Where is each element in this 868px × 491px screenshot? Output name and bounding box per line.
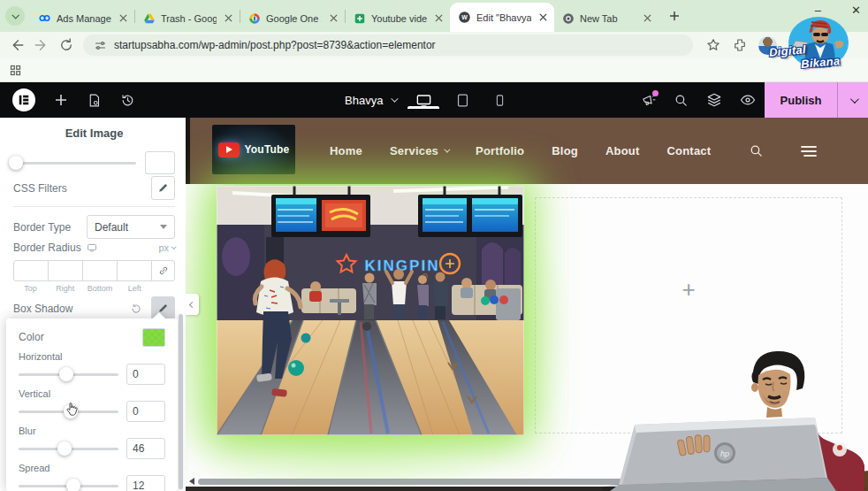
border-type-row: Border Type Default [13,215,175,239]
site-logo[interactable]: YouTube [212,125,295,174]
spread-slider[interactable] [19,485,118,487]
opacity-input[interactable] [145,151,175,174]
tab-google-one[interactable]: Google One Stora [240,4,345,32]
nav-contact[interactable]: Contact [667,144,712,157]
tab-title: Ads Manager - Ma [57,13,111,24]
navigator-layers-icon[interactable] [706,92,722,108]
spread-input[interactable] [126,475,165,491]
extensions-icon[interactable] [732,37,748,53]
site-search-icon[interactable] [749,143,764,158]
tab-youtube-videos[interactable]: Youtube videos co [346,4,450,32]
chevron-down-icon [444,147,450,153]
nav-portfolio[interactable]: Portfolio [476,144,524,157]
edit-image-panel: Edit Image CSS Filters Border Type Defau… [0,118,186,491]
border-type-label: Border Type [13,221,71,234]
blur-slider[interactable] [19,448,118,450]
panel-title: Edit Image [13,127,175,140]
label-bottom: Bottom [83,284,118,293]
close-icon[interactable] [222,12,234,25]
close-icon[interactable] [432,12,445,25]
tab-search-button[interactable] [5,6,25,26]
opacity-slider[interactable] [13,162,136,165]
address-bar[interactable]: startupsabha.com/wp-admin/post.php?post=… [83,35,693,56]
add-element-icon[interactable] [54,93,68,107]
slider-handle[interactable] [57,441,72,456]
panel-collapse-button[interactable] [186,294,199,315]
publish-button[interactable]: Publish [765,82,837,118]
history-icon[interactable] [120,93,135,108]
tab-title: Google One Stora [266,13,322,24]
close-icon[interactable] [641,12,653,25]
hscroll-left-arrow[interactable] [189,478,194,485]
publish-options-button[interactable] [837,82,868,118]
reset-icon[interactable] [130,303,142,315]
radius-bottom-input[interactable] [82,260,118,281]
whats-new-button[interactable] [641,93,656,108]
page-selector[interactable]: Bhavya [345,82,396,118]
finder-search-icon[interactable] [674,93,689,108]
bookmark-star-icon[interactable] [705,37,721,53]
tab-ads-manager[interactable]: Ads Manager - Ma [30,4,134,32]
horizontal-slider[interactable] [19,373,118,376]
responsive-monitor-icon[interactable] [87,242,97,253]
shadow-color-swatch[interactable] [142,328,165,347]
radius-right-input[interactable] [48,260,83,281]
screen: Ads Manager - Ma Trash - Google Dri Goog… [0,0,868,491]
close-icon[interactable] [537,12,549,24]
tab-title: Youtube videos co [371,13,427,24]
device-desktop-button[interactable] [415,92,432,109]
radius-left-input[interactable] [117,260,152,281]
blur-input[interactable] [126,438,165,459]
active-device-underline [407,106,439,109]
border-type-select[interactable]: Default [87,215,175,239]
hamburger-menu-icon[interactable] [800,145,818,157]
horizontal-input[interactable] [126,364,165,385]
close-window-button[interactable]: ✕ [851,4,861,17]
slider-handle[interactable] [9,156,23,170]
link-values-button[interactable] [151,260,175,281]
close-icon[interactable] [117,12,129,25]
elementor-topbar-right [641,82,756,118]
tab-edit-bhavya-active[interactable]: W Edit "Bhavya" with [450,3,554,32]
edited-image[interactable]: KINGPIN [217,186,524,435]
site-brand-text: YouTube [245,143,290,156]
elementor-topbar: Bhavya Publish [0,82,868,118]
nav-about[interactable]: About [605,144,640,157]
label-left: Left [118,284,152,293]
slider-handle[interactable] [59,367,73,381]
page-settings-icon[interactable] [87,93,102,108]
reload-icon[interactable] [58,37,74,53]
preview-eye-icon[interactable] [740,92,756,108]
unit-selector[interactable]: px [158,242,175,253]
tab-new-tab[interactable]: New Tab [554,4,659,32]
site-info-icon[interactable] [94,39,107,52]
css-filters-edit-button[interactable] [151,176,175,200]
border-radius-inputs [13,260,175,281]
elementor-logo[interactable] [12,88,35,111]
radius-top-input[interactable] [13,260,49,281]
slider-handle[interactable] [66,479,80,491]
shadow-blur-control: Blur [19,426,165,458]
vertical-input[interactable] [126,401,165,422]
back-icon[interactable] [9,37,25,53]
tab-title: Trash - Google Dri [161,13,217,24]
close-icon[interactable] [327,12,339,25]
new-tab-button[interactable] [664,5,685,27]
minimize-button[interactable]: – [815,4,821,17]
webcam-presenter-overlay: hp [557,336,868,491]
unit-label: px [158,242,169,253]
pencil-icon [157,182,169,194]
nav-services[interactable]: Services [390,144,448,157]
meta-icon [38,12,51,25]
forward-icon[interactable] [34,37,49,53]
panel-scrollbar[interactable] [179,314,183,489]
chevron-down-icon [160,225,167,229]
tablet-icon[interactable] [455,93,470,108]
apps-grid-icon[interactable] [9,64,22,77]
divider [13,206,175,207]
nav-home[interactable]: Home [330,144,362,157]
tab-google-drive[interactable]: Trash - Google Dri [135,4,240,32]
mobile-icon[interactable] [493,94,506,107]
nav-blog[interactable]: Blog [552,144,578,157]
wordpress-icon: W [458,11,471,24]
